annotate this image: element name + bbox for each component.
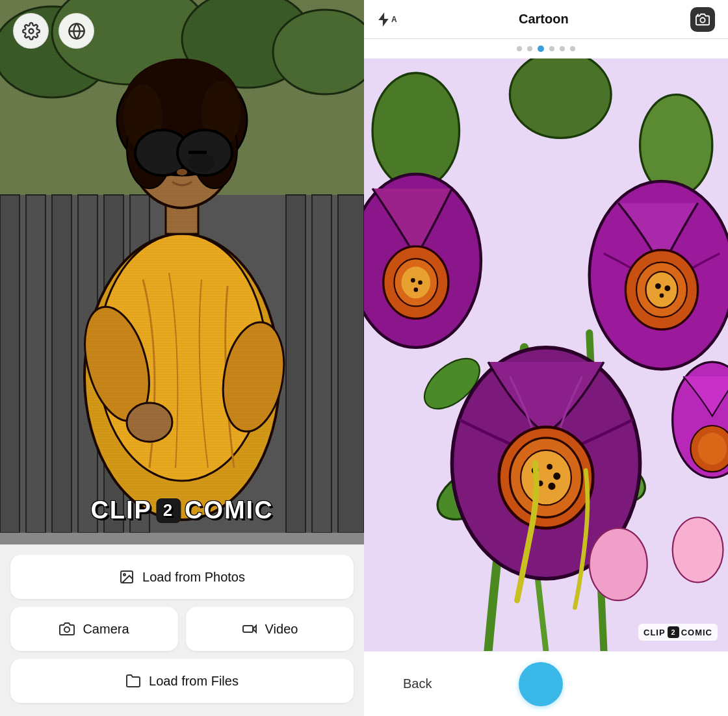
right-panel: A Cartoon <box>364 0 728 716</box>
page-dots <box>364 39 728 58</box>
svg-point-15 <box>84 234 280 520</box>
dot-4 <box>549 46 554 51</box>
svg-rect-5 <box>78 195 98 533</box>
svg-point-37 <box>124 574 125 576</box>
load-files-label: Load from Files <box>149 674 239 689</box>
right-bottom-controls: Back <box>364 651 728 716</box>
svg-point-32 <box>188 153 214 172</box>
svg-point-58 <box>548 483 555 490</box>
svg-point-70 <box>411 278 415 283</box>
capture-button[interactable] <box>519 662 563 706</box>
photos-icon <box>119 569 135 585</box>
load-photos-label: Load from Photos <box>142 570 245 585</box>
svg-point-28 <box>135 130 190 175</box>
flash-icon-svg <box>377 12 390 27</box>
svg-point-76 <box>590 528 647 600</box>
flash-auto-label: A <box>391 15 397 24</box>
svg-rect-39 <box>243 626 253 632</box>
svg-point-69 <box>402 266 430 298</box>
svg-rect-3 <box>26 195 46 533</box>
svg-point-16 <box>98 234 266 481</box>
svg-point-42 <box>700 18 705 22</box>
svg-rect-7 <box>130 195 150 533</box>
svg-point-55 <box>547 464 552 470</box>
dot-5 <box>560 46 565 51</box>
svg-point-72 <box>413 288 418 292</box>
load-files-button[interactable]: Load from Files <box>10 659 354 703</box>
svg-rect-6 <box>104 195 124 533</box>
logo-2-text: 2 <box>163 500 174 520</box>
community-button[interactable] <box>58 13 94 49</box>
svg-point-29 <box>177 130 232 175</box>
dot-2 <box>527 46 532 51</box>
svg-point-62 <box>645 272 677 308</box>
svg-point-25 <box>124 58 240 149</box>
flash-button[interactable]: A <box>377 12 397 27</box>
camera-icon <box>59 621 75 637</box>
svg-point-26 <box>124 84 162 149</box>
svg-point-53 <box>521 450 571 505</box>
watermark-clip: CLIP <box>644 628 666 637</box>
svg-rect-9 <box>312 195 332 533</box>
svg-point-63 <box>655 283 661 289</box>
svg-rect-1 <box>0 195 364 533</box>
camera-label: Camera <box>83 622 129 637</box>
logo-comic: COMIC <box>185 496 274 524</box>
folder-icon <box>125 673 141 689</box>
camera-video-row: Camera Video <box>10 607 354 651</box>
svg-point-38 <box>64 627 70 632</box>
svg-point-18 <box>215 317 292 436</box>
left-background-image <box>0 0 364 533</box>
bottom-menu: Load from Photos Camera Video <box>0 544 364 716</box>
video-button[interactable]: Video <box>186 607 354 651</box>
svg-rect-10 <box>338 195 364 533</box>
video-icon <box>242 621 257 637</box>
svg-point-45 <box>640 95 712 196</box>
svg-point-19 <box>127 403 172 442</box>
back-button[interactable]: Back <box>403 676 432 691</box>
top-icons-container <box>13 13 94 49</box>
flip-camera-icon <box>696 12 710 27</box>
svg-point-17 <box>73 300 161 428</box>
watermark-comic: COMIC <box>681 628 712 637</box>
svg-rect-8 <box>286 195 306 533</box>
watermark: CLIP 2 COMIC <box>638 624 718 641</box>
svg-point-24 <box>192 110 237 188</box>
svg-point-13 <box>182 0 312 88</box>
svg-point-22 <box>117 65 247 175</box>
svg-point-23 <box>127 110 172 188</box>
svg-rect-20 <box>166 182 198 234</box>
app-logo: CLIP 2 COMIC <box>90 496 273 524</box>
svg-rect-4 <box>52 195 72 533</box>
right-topbar: A Cartoon <box>364 0 728 39</box>
svg-point-46 <box>510 58 611 138</box>
svg-point-65 <box>660 293 664 298</box>
settings-button[interactable] <box>13 13 49 49</box>
svg-rect-30 <box>188 151 207 154</box>
svg-rect-0 <box>0 0 364 533</box>
settings-icon <box>22 22 40 40</box>
camera-button[interactable]: Camera <box>10 607 178 651</box>
load-photos-button[interactable]: Load from Photos <box>10 555 354 599</box>
dot-3-active <box>538 45 544 52</box>
svg-point-21 <box>130 91 234 208</box>
dot-1 <box>517 46 522 51</box>
svg-point-75 <box>698 433 727 465</box>
svg-point-33 <box>29 29 33 33</box>
cartoon-image-area: CLIP 2 COMIC <box>364 58 728 651</box>
svg-point-64 <box>664 285 670 291</box>
svg-rect-2 <box>0 195 20 533</box>
watermark-2: 2 <box>668 626 679 638</box>
svg-point-14 <box>273 10 364 94</box>
logo-clip: CLIP <box>90 496 152 524</box>
community-icon <box>68 22 86 40</box>
svg-point-71 <box>418 280 422 285</box>
logo-2-badge: 2 <box>156 498 181 523</box>
svg-point-77 <box>673 517 723 582</box>
left-panel: CLIP 2 COMIC Load from Photos Camera <box>0 0 364 716</box>
video-label: Video <box>265 622 298 637</box>
right-title: Cartoon <box>519 12 569 27</box>
flip-camera-button[interactable] <box>690 7 715 32</box>
svg-point-27 <box>202 81 240 146</box>
flower-svg <box>364 58 728 651</box>
